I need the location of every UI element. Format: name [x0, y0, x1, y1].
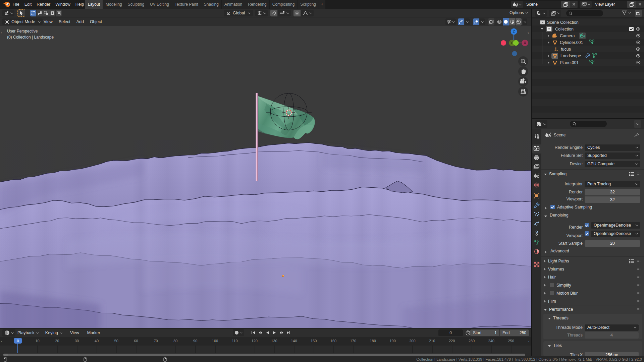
svg-text:fucus: fucus [293, 107, 301, 111]
svg-text:Z: Z [513, 29, 515, 34]
svg-text:Y: Y [510, 41, 513, 45]
svg-text:X: X [524, 41, 526, 45]
